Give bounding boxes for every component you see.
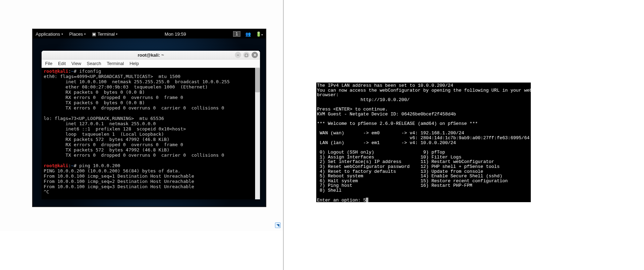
workspace-indicator[interactable]: 1 xyxy=(233,31,240,37)
scrollbar-thumb[interactable] xyxy=(255,68,260,92)
panel-divider xyxy=(283,0,284,270)
menu-edit[interactable]: Edit xyxy=(58,61,66,66)
battery-icon[interactable]: 🔋▾ xyxy=(256,31,263,37)
text-cursor xyxy=(366,198,368,202)
terminal-output[interactable]: root@kali:~# ifconfig eth0: flags=4099<U… xyxy=(42,68,260,199)
places-menu[interactable]: Places▾ xyxy=(69,31,86,37)
terminal-icon: ▣ xyxy=(92,31,96,37)
chevron-down-icon: ▾ xyxy=(116,33,117,36)
applications-menu[interactable]: Applications▾ xyxy=(36,31,63,37)
menu-search[interactable]: Search xyxy=(87,61,101,66)
chevron-down-icon: ▾ xyxy=(84,33,86,36)
menu-help[interactable]: Help xyxy=(130,61,139,66)
vbox-status-icon[interactable]: ◥ xyxy=(275,222,281,228)
terminal-title: root@kali: ~ xyxy=(138,52,164,58)
terminal-scrollbar[interactable] xyxy=(255,68,260,199)
maximize-button[interactable]: ▢ xyxy=(243,52,249,58)
terminal-menubar: File Edit View Search Terminal Help xyxy=(42,59,260,68)
close-button[interactable]: ✕ xyxy=(252,52,258,58)
gnome-top-bar: Applications▾ Places▾ ▣ Terminal▾ Mon 19… xyxy=(33,29,266,38)
chevron-down-icon: ▾ xyxy=(61,33,63,36)
terminal-titlebar[interactable]: root@kali: ~ – ▢ ✕ xyxy=(42,51,260,59)
terminal-window: root@kali: ~ – ▢ ✕ File Edit View Search… xyxy=(42,51,260,199)
menu-view[interactable]: View xyxy=(71,61,81,66)
users-icon[interactable]: 👥 xyxy=(245,31,251,37)
terminal-launcher[interactable]: ▣ Terminal▾ xyxy=(92,31,117,37)
pfsense-console[interactable]: The IPv4 LAN address has been set to 10.… xyxy=(316,83,531,202)
gnome-clock[interactable]: Mon 19:59 xyxy=(165,31,186,37)
minimize-button[interactable]: – xyxy=(235,52,241,58)
menu-terminal[interactable]: Terminal xyxy=(107,61,124,66)
kali-vm-screen: Applications▾ Places▾ ▣ Terminal▾ Mon 19… xyxy=(32,29,266,207)
menu-file[interactable]: File xyxy=(45,61,52,66)
